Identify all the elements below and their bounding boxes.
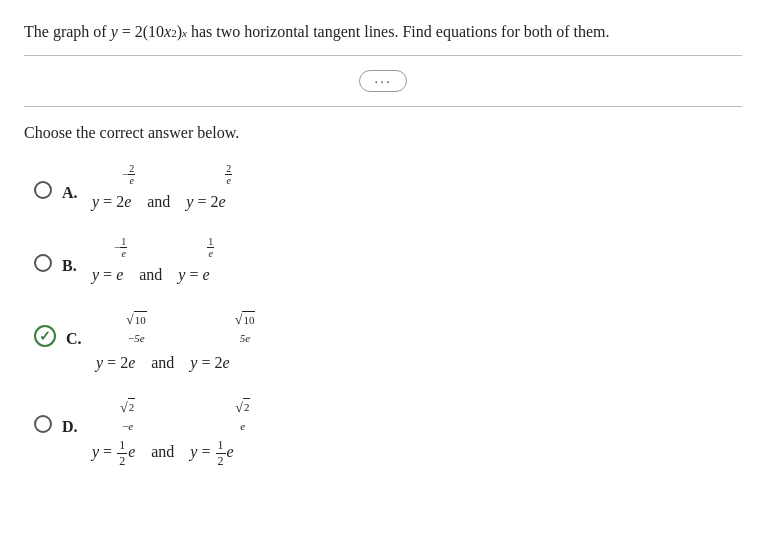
answer-item-c[interactable]: ✓ C. √10 − 5e	[34, 309, 742, 375]
expr-b1: y = e	[92, 263, 123, 287]
choose-label: Choose the correct answer below.	[24, 121, 742, 145]
checkmark-icon: ✓	[39, 326, 51, 347]
sqrt-c1: √10	[126, 309, 147, 330]
answer-row-a: y = 2e and y = 2e	[92, 190, 226, 214]
exp-b2-frac: 1 e	[207, 236, 214, 259]
content-c: √10 − 5e √10	[96, 309, 255, 375]
page-container: The graph of y = 2(10x2)x has two horizo…	[0, 0, 766, 514]
label-c: C.	[66, 327, 88, 351]
radio-b[interactable]	[34, 254, 52, 272]
exp-b1-frac: 1 e	[120, 236, 127, 259]
radio-d[interactable]	[34, 415, 52, 433]
content-d: √2 − e √2	[92, 397, 250, 468]
more-button[interactable]: ···	[359, 70, 407, 92]
more-button-row: ···	[24, 70, 742, 92]
expr-b2: y = e	[178, 263, 209, 287]
expr-c1: y = 2e	[96, 351, 135, 375]
expr-a1: y = 2e	[92, 190, 131, 214]
expr-d1: y = 12e	[92, 438, 135, 468]
exp-a2-frac: 2 e	[225, 163, 232, 186]
answer-row-c: y = 2e and y = 2e	[96, 351, 230, 375]
label-a: A.	[62, 181, 84, 205]
sqrt-d1: √2	[120, 397, 135, 418]
and-a: and	[147, 190, 170, 214]
expr-d2: y = 12e	[190, 438, 233, 468]
check-c[interactable]: ✓	[34, 325, 56, 347]
answer-row-b: y = e and y = e	[92, 263, 210, 287]
and-c: and	[151, 351, 174, 375]
problem-text: The graph of y = 2(10x2)x has two horizo…	[24, 23, 610, 40]
content-a: − 2 e 2 e	[92, 163, 232, 214]
sqrt-d2: √2	[235, 397, 250, 418]
label-b: B.	[62, 254, 84, 278]
answer-item-d[interactable]: D. √2 − e	[34, 397, 742, 468]
radio-a[interactable]	[34, 181, 52, 199]
answer-item-b[interactable]: B. − 1 e 1 e	[34, 236, 742, 287]
content-b: − 1 e 1 e y = e and	[92, 236, 214, 287]
answer-row-d: y = 12e and y = 12e	[92, 438, 234, 468]
problem-statement: The graph of y = 2(10x2)x has two horizo…	[24, 18, 742, 45]
label-d: D.	[62, 415, 84, 439]
bottom-divider	[24, 106, 742, 107]
and-d: and	[151, 440, 174, 464]
sqrt-c2: √10	[235, 309, 256, 330]
top-divider	[24, 55, 742, 56]
answer-item-a[interactable]: A. − 2 e 2	[34, 163, 742, 214]
expr-a2: y = 2e	[186, 190, 225, 214]
exp-a1-frac: 2 e	[128, 163, 135, 186]
expr-c2: y = 2e	[190, 351, 229, 375]
and-b: and	[139, 263, 162, 287]
answers-list: A. − 2 e 2	[34, 163, 742, 468]
